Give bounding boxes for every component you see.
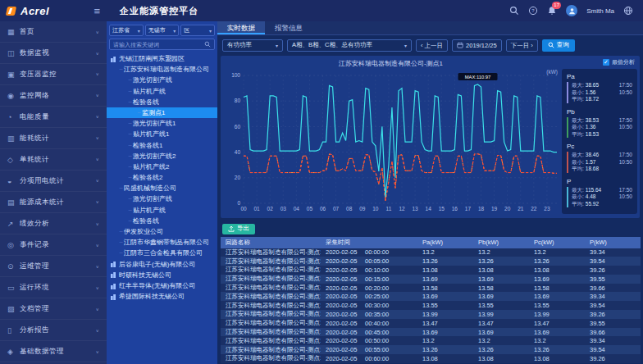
sidebar-item-3[interactable]: ◉监控网络∨	[0, 85, 107, 107]
table-row[interactable]: 江苏安科瑞电器制造有限公司-测点12020-02-0500:15:0013.69…	[221, 275, 641, 284]
table-row[interactable]: 江苏安科瑞电器制造有限公司-测点12020-02-0500:05:0013.26…	[221, 257, 641, 266]
tree-connector: ····	[128, 216, 131, 226]
cell-value: 13.99	[473, 310, 529, 319]
sidebar-item-15[interactable]: ◈基础数据管理∨	[0, 341, 107, 362]
table-row[interactable]: 江苏安科瑞电器制造有限公司-测点12020-02-0500:25:0013.69…	[221, 292, 641, 301]
sidebar-item-0[interactable]: ▦首页∨	[0, 21, 107, 43]
chevron-down-icon: ∨	[96, 349, 99, 354]
tree-node[interactable]: 后谷康电子(无锡)有限公司	[107, 259, 217, 270]
tree-node[interactable]: ····伊发胶业公司	[107, 226, 217, 237]
parameter-select[interactable]: 有功功率 ▾	[222, 39, 283, 52]
sidebar-item-12[interactable]: ▭运行环境∨	[0, 277, 107, 298]
sidebar-item-10[interactable]: ◎事件记录∨	[0, 234, 107, 256]
tree-node[interactable]: ····贴片机产线	[107, 86, 217, 97]
tree-search-input[interactable]	[113, 42, 204, 48]
svg-text:100: 100	[231, 72, 240, 78]
tree-node[interactable]: ····贴片机产线1	[107, 129, 217, 139]
tree-node[interactable]: ····激光切割产线	[107, 193, 217, 204]
table-row[interactable]: 江苏安科瑞电器制造有限公司-测点12020-02-0500:55:0013.26…	[221, 345, 641, 354]
sidebar-item-14[interactable]: ▯分析报告∨	[0, 320, 107, 341]
next-day-button[interactable]: 下一日 ›	[506, 39, 538, 52]
cell-time: 2020-02-0500:55:00	[321, 345, 417, 354]
sidebar-item-5[interactable]: ▥能耗统计∨	[0, 128, 107, 149]
tree-node[interactable]: 无锡江阴南闸东盟园区	[107, 53, 217, 64]
main-content: 实时数据 报警信息 有功功率 ▾ A相、B相、C相、总有功功率 ▾ ‹ 上一日 …	[217, 21, 643, 364]
export-button[interactable]: 导出	[222, 224, 255, 234]
tree-node[interactable]: ····江阴市华鑫钢带制品有限公司	[107, 237, 217, 248]
filter-bar: 有功功率 ▾ A相、B相、C相、总有功功率 ▾ ‹ 上一日 2019/12/25…	[217, 35, 643, 55]
region-select-value: 区	[184, 26, 209, 34]
performance-icon: ↗	[7, 220, 20, 228]
search-icon[interactable]	[509, 6, 519, 16]
sidebar-item-13[interactable]: ▧文档管理∨	[0, 298, 107, 320]
cell-circuit-name: 江苏安科瑞电器制造有限公司-测点1	[221, 328, 321, 337]
series-Pc-line	[244, 154, 557, 201]
prev-day-button[interactable]: ‹ 上一日	[416, 39, 448, 52]
sidebar-item-label: 数据监视	[20, 48, 96, 58]
table-row[interactable]: 江苏安科瑞电器制造有限公司-测点12020-02-0500:20:0013.58…	[221, 284, 641, 293]
sidebar-item-8[interactable]: ▤能源成本统计∨	[0, 192, 107, 213]
tree-node[interactable]: ····激光切割产线	[107, 75, 217, 85]
table-row[interactable]: 江苏安科瑞电器制造有限公司-测点12020-02-0500:35:0013.99…	[221, 310, 641, 319]
topbar-actions: ? 17 Smith Ma	[509, 5, 643, 16]
username[interactable]: Smith Ma	[586, 7, 614, 15]
region-select-1[interactable]: 无锡市▾	[145, 25, 180, 36]
sidebar-item-1[interactable]: ◫数据监视∨	[0, 43, 107, 64]
tree-node[interactable]: ····贴片机产线	[107, 205, 217, 216]
chart-plot[interactable]: 0204060801000001020304050607080910111213…	[222, 67, 565, 220]
tree-search-box[interactable]	[109, 39, 215, 50]
tree-node[interactable]: ····江苏安科瑞电器制造有限公司	[107, 64, 217, 75]
tree-node[interactable]: ····民盛机械制造公司	[107, 183, 217, 193]
tab-alarm-info[interactable]: 报警信息	[265, 21, 312, 34]
export-icon	[228, 225, 235, 232]
table-row[interactable]: 江苏安科瑞电器制造有限公司-测点12020-02-0500:50:0013.21…	[221, 336, 641, 345]
tree-node[interactable]: ····检验各线	[107, 97, 217, 107]
sidebar-item-6[interactable]: ◇单耗统计∨	[0, 149, 107, 171]
region-select-2[interactable]: 区▾	[180, 25, 215, 36]
sidebar-item-2[interactable]: ▣变压器监控∨	[0, 64, 107, 85]
bell-icon[interactable]: 17	[547, 6, 557, 16]
tree-node[interactable]: ····激光切割产线2	[107, 151, 217, 162]
query-button[interactable]: 查询	[542, 39, 575, 52]
table-row[interactable]: 江苏安科瑞电器制造有限公司-测点12020-02-0500:30:0013.55…	[221, 301, 641, 310]
extremes-analysis-checkbox[interactable]: ✓ 最值分析	[603, 58, 635, 66]
sidebar-item-4[interactable]: ◔电能质量∨	[0, 107, 107, 128]
region-select-0[interactable]: 江苏省▾	[109, 25, 144, 36]
column-header: Pa(kW)	[417, 237, 473, 248]
tree-node[interactable]: ····江阴市三合金检具有限公司	[107, 248, 217, 258]
sidebar-item-11[interactable]: ⊙运维管理∨	[0, 256, 107, 277]
tree-node[interactable]: ····检验各线1	[107, 140, 217, 151]
tree-node[interactable]: ····检验各线	[107, 216, 217, 226]
sidebar-item-7[interactable]: ◒分项用电统计∨	[0, 171, 107, 192]
sidebar-item-label: 运维管理	[20, 262, 96, 271]
table-row[interactable]: 江苏安科瑞电器制造有限公司-测点12020-02-0500:00:0013.21…	[221, 248, 641, 257]
cell-value: 13.69	[529, 275, 585, 284]
globe-icon[interactable]	[623, 6, 633, 16]
tree-node[interactable]: ····检验各线2	[107, 172, 217, 183]
cell-time: 2020-02-0500:20:00	[321, 284, 417, 293]
logo-text: Acrel	[21, 5, 49, 17]
table-row[interactable]: 江苏安科瑞电器制造有限公司-测点12020-02-0500:40:0013.47…	[221, 319, 641, 328]
tree-node-label: 监测点1	[142, 107, 165, 118]
table-row[interactable]: 江苏安科瑞电器制造有限公司-测点12020-02-0500:60:0013.08…	[221, 354, 641, 363]
tree-node-label: 贴片机产线1	[133, 129, 169, 139]
svg-text:04: 04	[294, 206, 300, 212]
avatar[interactable]	[566, 5, 577, 16]
tree-node-selected[interactable]: ····监测点1	[107, 107, 217, 118]
chevron-down-icon: ∨	[96, 30, 99, 34]
region-select-value: 江苏省	[112, 26, 138, 34]
tree-node[interactable]: ····贴片机产线2	[107, 162, 217, 172]
phase-select[interactable]: A相、B相、C相、总有功功率 ▾	[287, 39, 412, 52]
tree-node[interactable]: 红丰半导体(无锡)有限公司	[107, 280, 217, 291]
table-row[interactable]: 江苏安科瑞电器制造有限公司-测点12020-02-0500:45:0013.69…	[221, 328, 641, 337]
date-picker[interactable]: 2019/12/25	[452, 39, 502, 52]
svg-text:MAX:110.97: MAX:110.97	[465, 75, 490, 80]
sidebar-item-9[interactable]: ↗绩效分析∨	[0, 213, 107, 234]
tree-node[interactable]: 时硕科技无锡公司	[107, 270, 217, 280]
sidebar-toggle-icon[interactable]: ≡	[93, 6, 100, 16]
table-row[interactable]: 江苏安科瑞电器制造有限公司-测点12020-02-0500:10:0013.08…	[221, 266, 641, 275]
help-icon[interactable]: ?	[528, 6, 538, 16]
tab-realtime-data[interactable]: 实时数据	[217, 21, 265, 34]
tree-node[interactable]: 希捷国际科技无锡公司	[107, 291, 217, 302]
tree-node[interactable]: ····激光切割产线1	[107, 118, 217, 129]
